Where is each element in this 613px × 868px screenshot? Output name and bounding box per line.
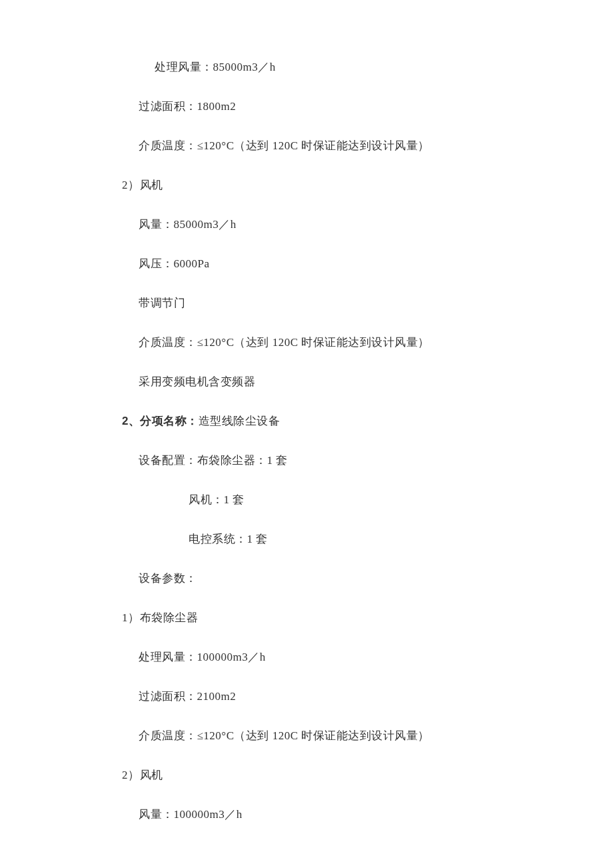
text-line: 处理风量：100000m3／h [0,651,613,663]
text-line: 介质温度：≤120°C（达到 120C 时保证能达到设计风量） [0,337,613,348]
document-page: 处理风量：85000m3／h过滤面积：1800m2介质温度：≤120°C（达到 … [0,0,613,868]
text-run: 处理风量：100000m3／h [139,651,266,663]
text-line: 风压：6000Pa [0,258,613,269]
text-line: 设备配置：布袋除尘器：1 套 [0,455,613,466]
text-run: 风量：100000m3／h [139,808,243,821]
text-run: 造型线除尘设备 [199,415,281,427]
text-line: 风量：85000m3／h [0,219,613,230]
text-line: 2）风机 [0,179,613,191]
text-run: 1）布袋除尘器 [122,611,198,624]
text-run: 风机：1 套 [189,493,245,506]
text-line: 1）布袋除尘器 [0,612,613,623]
text-run: 电控系统：1 套 [189,533,268,545]
text-line: 采用变频电机含变频器 [0,376,613,387]
text-line: 风量：100000m3／h [0,809,613,820]
text-line: 介质温度：≤120°C（达到 120C 时保证能达到设计风量） [0,140,613,151]
text-run: 设备配置：布袋除尘器：1 套 [139,454,288,467]
text-line: 电控系统：1 套 [0,533,613,545]
bold-run: 2、分项名称： [122,415,199,427]
text-line: 风机：1 套 [0,494,613,505]
text-run: 介质温度：≤120°C（达到 120C 时保证能达到设计风量） [139,139,430,152]
text-run: 处理风量：85000m3／h [155,61,276,73]
text-run: 2）风机 [122,179,163,191]
text-run: 风量：85000m3／h [139,218,237,231]
text-line: 2、分项名称：造型线除尘设备 [0,415,613,427]
text-run: 设备参数： [139,572,197,585]
text-line: 过滤面积：1800m2 [0,101,613,112]
text-run: 介质温度：≤120°C（达到 120C 时保证能达到设计风量） [139,729,430,742]
text-run: 2）风机 [122,769,163,781]
text-line: 处理风量：85000m3／h [0,61,613,73]
text-run: 过滤面积：1800m2 [139,100,236,113]
text-run: 过滤面积：2100m2 [139,690,236,703]
text-line: 带调节门 [0,297,613,309]
text-line: 过滤面积：2100m2 [0,691,613,702]
text-line: 介质温度：≤120°C（达到 120C 时保证能达到设计风量） [0,730,613,741]
text-line: 2）风机 [0,769,613,781]
text-run: 带调节门 [139,297,185,309]
text-run: 介质温度：≤120°C（达到 120C 时保证能达到设计风量） [139,336,430,349]
text-run: 风压：6000Pa [139,257,210,270]
text-line: 设备参数： [0,573,613,584]
text-run: 采用变频电机含变频器 [139,375,255,388]
